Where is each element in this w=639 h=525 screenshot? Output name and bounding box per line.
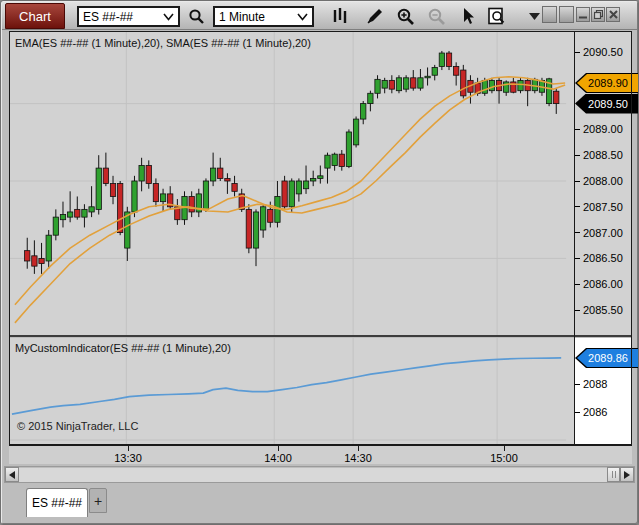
instrument-value: ES ##-## bbox=[83, 10, 163, 24]
titlebar-blank-button-1[interactable] bbox=[542, 6, 557, 23]
pencil-icon bbox=[365, 7, 384, 26]
title-bar: Chart ES ##-## 1 Minute bbox=[2, 2, 637, 30]
time-tick-label: 13:30 bbox=[114, 452, 142, 464]
price-tick: 2085.50 bbox=[575, 304, 623, 316]
last-price-badge: 2089.50 bbox=[575, 94, 639, 114]
search-icon bbox=[188, 8, 205, 25]
add-tab-button[interactable]: + bbox=[89, 488, 107, 513]
time-tick bbox=[278, 446, 279, 451]
chart-window-tab[interactable]: Chart bbox=[5, 3, 65, 29]
chevron-down-icon bbox=[163, 13, 174, 21]
titlebar-blank-button-2[interactable] bbox=[559, 6, 574, 23]
chart-style-button[interactable] bbox=[329, 5, 351, 27]
indicator-panel[interactable]: MyCustomIndicator(ES ##-## (1 Minute),20… bbox=[9, 338, 574, 444]
zoom-out-icon bbox=[427, 7, 446, 26]
instrument-search-button[interactable] bbox=[185, 5, 207, 27]
scroll-left-button[interactable] bbox=[5, 467, 19, 482]
restore-icon bbox=[594, 10, 603, 19]
time-tick-label: 14:00 bbox=[264, 452, 292, 464]
zoom-in-button[interactable] bbox=[394, 5, 416, 27]
candle-body bbox=[32, 256, 37, 266]
candle-body bbox=[432, 67, 437, 75]
interval-selector[interactable]: 1 Minute bbox=[213, 6, 314, 27]
price-panel[interactable]: EMA(ES ##-## (1 Minute),20), SMA(ES ##-#… bbox=[9, 31, 574, 335]
time-tick-label: 14:30 bbox=[344, 452, 372, 464]
panel-divider[interactable] bbox=[9, 335, 632, 337]
candle-body bbox=[75, 209, 80, 217]
more-tools-dropdown[interactable] bbox=[526, 5, 542, 27]
time-tick bbox=[358, 446, 359, 451]
ma-value-badge: 2089.90 bbox=[575, 73, 639, 93]
data-box-button[interactable] bbox=[485, 5, 507, 27]
price-tick: 2086.00 bbox=[575, 278, 623, 290]
candlestick-chart bbox=[9, 31, 574, 335]
price-axis[interactable]: 2090.502089.002088.502088.002087.502087.… bbox=[575, 31, 632, 335]
close-button[interactable] bbox=[606, 7, 620, 22]
interval-value: 1 Minute bbox=[219, 10, 297, 24]
price-tick: 2086.50 bbox=[575, 252, 623, 264]
candle-body bbox=[454, 66, 459, 75]
candle-body bbox=[203, 181, 208, 209]
candle-body bbox=[46, 235, 51, 261]
price-tick: 2086 bbox=[575, 406, 607, 418]
candle-body bbox=[518, 80, 523, 90]
candle-body bbox=[554, 91, 559, 103]
candle-body bbox=[232, 184, 237, 192]
candle-body bbox=[268, 209, 273, 222]
plot-left-border bbox=[9, 31, 10, 444]
scroll-right-button[interactable] bbox=[620, 467, 634, 482]
cursor-button[interactable] bbox=[457, 5, 479, 27]
instrument-selector[interactable]: ES ##-## bbox=[77, 6, 180, 27]
candle-body bbox=[332, 154, 337, 165]
time-axis[interactable]: 13:3014:0014:3015:00 bbox=[9, 444, 632, 464]
price-tick: 2088.00 bbox=[575, 175, 623, 187]
candle-body bbox=[89, 207, 94, 212]
candle-body bbox=[253, 212, 258, 248]
indicator-axis[interactable]: 208820862089.86 bbox=[575, 338, 632, 444]
minimize-button[interactable] bbox=[576, 7, 590, 22]
price-tick: 2089.00 bbox=[575, 123, 623, 135]
drawing-tools-button[interactable] bbox=[363, 5, 385, 27]
plot-right-border bbox=[631, 31, 632, 444]
candle-body bbox=[153, 184, 158, 202]
candle-body bbox=[39, 258, 44, 263]
time-tick-label: 15:00 bbox=[490, 452, 518, 464]
candle-body bbox=[60, 215, 65, 220]
restore-button[interactable] bbox=[591, 7, 605, 22]
candle-body bbox=[339, 154, 344, 166]
copyright-watermark: © 2015 NinjaTrader, LLC bbox=[17, 420, 138, 432]
candle-body bbox=[489, 80, 494, 90]
candle-body bbox=[375, 79, 380, 93]
chart-style-icon bbox=[331, 7, 349, 25]
candle-body bbox=[296, 181, 301, 194]
data-box-icon bbox=[487, 7, 506, 26]
zoom-in-icon bbox=[396, 7, 415, 26]
time-tick bbox=[504, 446, 505, 451]
candle-body bbox=[461, 70, 466, 96]
zoom-out-button[interactable] bbox=[425, 5, 447, 27]
chevron-down-icon bbox=[297, 13, 308, 21]
close-icon bbox=[609, 10, 618, 19]
candle-body bbox=[110, 184, 115, 197]
candle-body bbox=[403, 78, 408, 89]
candle-body bbox=[160, 194, 165, 202]
candle-body bbox=[418, 78, 423, 88]
scrollbar-thumb[interactable] bbox=[607, 467, 620, 482]
candle-body bbox=[25, 251, 30, 261]
cursor-icon bbox=[459, 7, 477, 25]
time-tick bbox=[128, 446, 129, 451]
candle-body bbox=[318, 176, 323, 179]
candle-body bbox=[353, 119, 358, 145]
workspace-tab-active[interactable]: ES ##-## bbox=[26, 488, 88, 517]
candle-body bbox=[482, 80, 487, 93]
candle-body bbox=[289, 181, 294, 207]
candle-body bbox=[82, 209, 87, 217]
candle-body bbox=[389, 80, 394, 89]
axis-separator bbox=[574, 31, 575, 444]
horizontal-scrollbar[interactable] bbox=[4, 466, 635, 483]
price-tick: 2087.50 bbox=[575, 201, 623, 213]
caret-down-icon bbox=[529, 13, 540, 20]
candle-body bbox=[96, 168, 101, 209]
candle-body bbox=[425, 76, 430, 78]
candle-body bbox=[361, 104, 366, 119]
